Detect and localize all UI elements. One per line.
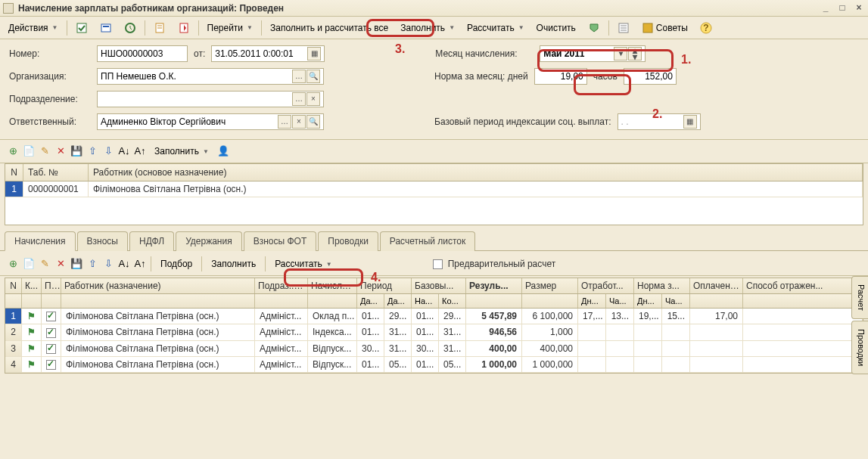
sidetab-calc[interactable]: Расчет xyxy=(851,276,868,319)
window-title: Начисление зарплаты работникам организац… xyxy=(18,3,820,14)
subdiv-label: Подразделение: xyxy=(9,94,91,104)
search-icon[interactable]: 🔍 xyxy=(306,115,320,129)
svg-rect-7 xyxy=(643,23,652,33)
precalc-label: Предварительный расчет xyxy=(448,259,555,269)
ellipsis-icon[interactable]: … xyxy=(292,70,306,83)
select-button[interactable]: Подбор xyxy=(155,256,198,272)
tab-deduct[interactable]: Удержания xyxy=(176,231,242,251)
tab-entries[interactable]: Проводки xyxy=(318,231,378,251)
date-picker-icon[interactable]: ▦ xyxy=(683,115,697,129)
base-period-input[interactable]: . .▦ xyxy=(618,113,701,130)
col-tabno[interactable]: Таб. № xyxy=(23,164,89,181)
ellipsis-icon[interactable]: … xyxy=(292,92,306,106)
sort-desc-icon[interactable]: A↑ xyxy=(133,257,147,271)
tab-accruals[interactable]: Начисления xyxy=(5,231,76,251)
window-icon xyxy=(3,3,14,14)
copy-icon[interactable]: 📄 xyxy=(22,257,36,271)
lower-calc-dropdown[interactable]: Рассчитать▼ xyxy=(269,256,338,272)
svg-text:?: ? xyxy=(703,23,708,33)
spinner-icon[interactable]: ▴▾ xyxy=(628,47,642,60)
person-icon[interactable]: 👤 xyxy=(216,144,230,158)
tab-contrib[interactable]: Взносы xyxy=(77,231,128,251)
date-picker-icon[interactable]: ▦ xyxy=(307,47,321,60)
save-icon[interactable]: 💾 xyxy=(70,257,83,271)
tab-fot[interactable]: Взносы ФОТ xyxy=(244,231,317,251)
col-worker[interactable]: Работник (основое назначение) xyxy=(89,164,863,181)
delete-icon[interactable]: ✕ xyxy=(54,144,67,158)
lower-grid: N К... П... Работник (назначение) Подраз… xyxy=(5,278,863,374)
main-toolbar: Действия▼ Перейти▼ Заполнить и рассчитат… xyxy=(0,17,868,39)
from-input[interactable]: 31.05.2011 0:00:01▦ xyxy=(211,45,325,62)
tb-icon-2[interactable] xyxy=(95,19,117,37)
save-icon[interactable]: 💾 xyxy=(70,144,83,158)
tb-icon-3[interactable] xyxy=(119,19,142,37)
col-n[interactable]: N xyxy=(5,164,23,181)
fill-calc-all-button[interactable]: Заполнить и рассчитать все xyxy=(265,20,394,36)
delete-icon[interactable]: ✕ xyxy=(54,257,67,271)
number-input[interactable]: НШО00000003 xyxy=(97,45,188,62)
tb-icon-1[interactable] xyxy=(70,19,93,37)
month-input[interactable]: Май 2011▾▴▾ xyxy=(540,45,646,62)
sort-asc-icon[interactable]: A↓ xyxy=(117,144,131,158)
movedown-icon[interactable]: ⇩ xyxy=(101,144,115,158)
tab-body: ⊕ 📄 ✎ ✕ 💾 ⇧ ⇩ A↓ A↑ Подбор Заполнить Рас… xyxy=(0,250,868,374)
svg-rect-1 xyxy=(101,24,110,32)
mini-fill-dropdown[interactable]: Заполнить▼ xyxy=(149,143,214,160)
tb-icon-7[interactable] xyxy=(612,19,635,37)
table-row[interactable]: 1 0000000001 Філімонова Світлана Петрівн… xyxy=(5,181,863,197)
form-area: Номер: НШО00000003 от: 31.05.2011 0:00:0… xyxy=(0,39,868,139)
org-input[interactable]: ПП Немешев О.К.…🔍 xyxy=(97,68,324,85)
tips-button[interactable]: Советы xyxy=(636,19,693,37)
lower-mini-toolbar: ⊕ 📄 ✎ ✕ 💾 ⇧ ⇩ A↓ A↑ Подбор Заполнить Рас… xyxy=(0,253,868,276)
grid-row[interactable]: 3⚑Філімонова Світлана Петрівна (осн.)Адм… xyxy=(5,341,863,357)
number-label: Номер: xyxy=(9,48,91,59)
fill-dropdown[interactable]: Заполнить▼ xyxy=(395,20,460,36)
actions-dropdown[interactable]: Действия▼ xyxy=(3,20,64,36)
tb-icon-4[interactable] xyxy=(148,19,171,37)
edit-icon[interactable]: ✎ xyxy=(38,144,51,158)
moveup-icon[interactable]: ⇧ xyxy=(86,257,99,271)
subdiv-input[interactable]: …× xyxy=(97,91,324,107)
copy-icon[interactable]: 📄 xyxy=(22,144,36,158)
minimize-button[interactable]: _ xyxy=(820,2,832,14)
base-period-label: Базовый период индексации соц. выплат: xyxy=(434,116,611,127)
search-icon[interactable]: 🔍 xyxy=(306,70,320,83)
clear-button[interactable]: Очистить xyxy=(531,20,581,36)
resp-label: Ответственный: xyxy=(9,116,91,127)
help-button[interactable]: ? xyxy=(695,19,717,37)
go-dropdown[interactable]: Перейти▼ xyxy=(202,20,258,36)
grid-row[interactable]: 2⚑Філімонова Світлана Петрівна (осн.)Адм… xyxy=(5,324,863,340)
upper-table: N Таб. № Работник (основое назначение) 1… xyxy=(5,163,863,225)
tb-icon-5[interactable] xyxy=(173,19,195,37)
svg-rect-0 xyxy=(77,23,86,33)
titlebar: Начисление зарплаты работникам организац… xyxy=(0,0,868,17)
tab-payslip[interactable]: Расчетный листок xyxy=(380,231,475,251)
close-button[interactable]: × xyxy=(853,2,865,14)
maximize-button[interactable]: □ xyxy=(836,2,848,14)
add-icon[interactable]: ⊕ xyxy=(6,144,20,158)
dropdown-icon[interactable]: ▾ xyxy=(614,47,627,60)
norm-days-input[interactable]: 19,00 xyxy=(534,68,587,85)
sort-desc-icon[interactable]: A↑ xyxy=(133,144,147,158)
tb-icon-6[interactable] xyxy=(583,19,605,37)
tab-ndfl[interactable]: НДФЛ xyxy=(129,231,174,251)
moveup-icon[interactable]: ⇧ xyxy=(86,144,99,158)
from-label: от: xyxy=(194,48,205,59)
grid-row[interactable]: 1⚑Філімонова Світлана Петрівна (осн.)Адм… xyxy=(5,309,863,324)
sidetab-entries[interactable]: Проводки xyxy=(851,321,868,374)
grid-row[interactable]: 4⚑Філімонова Світлана Петрівна (осн.)Адм… xyxy=(5,357,863,373)
ellipsis-icon[interactable]: … xyxy=(278,115,291,129)
sort-asc-icon[interactable]: A↓ xyxy=(117,257,131,271)
clear-icon[interactable]: × xyxy=(292,115,306,129)
upper-mini-toolbar: ⊕ 📄 ✎ ✕ 💾 ⇧ ⇩ A↓ A↑ Заполнить▼ 👤 xyxy=(0,139,868,163)
movedown-icon[interactable]: ⇩ xyxy=(101,257,115,271)
norm-hours-input[interactable]: 152,00 xyxy=(624,68,677,85)
resp-input[interactable]: Админенко Віктор Сергійович…×🔍 xyxy=(97,113,324,130)
precalc-checkbox[interactable] xyxy=(433,259,443,269)
add-icon[interactable]: ⊕ xyxy=(6,257,20,271)
clear-icon[interactable]: × xyxy=(306,92,320,106)
calc-dropdown[interactable]: Рассчитать▼ xyxy=(462,20,530,36)
lower-fill-button[interactable]: Заполнить xyxy=(206,256,261,272)
edit-icon[interactable]: ✎ xyxy=(38,257,51,271)
tab-strip: Начисления Взносы НДФЛ Удержания Взносы … xyxy=(5,231,868,251)
